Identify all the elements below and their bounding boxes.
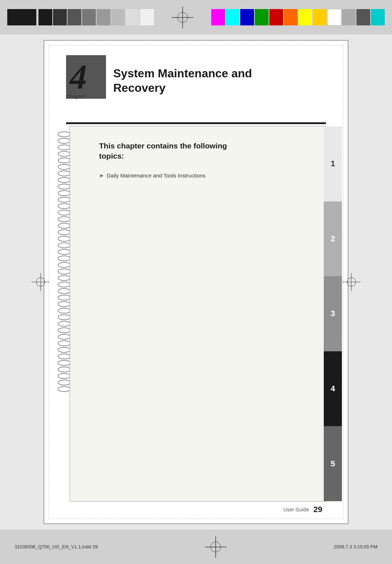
spiral-coil (58, 144, 71, 150)
spiral-coil (58, 360, 71, 366)
spiral-coil (58, 210, 71, 216)
chapter-title-line1: System Maintenance and (113, 67, 252, 80)
spiral-coil (58, 282, 71, 287)
notebook-content: This chapter contains the following topi… (99, 141, 297, 183)
tab-2: 2 (324, 201, 342, 277)
spiral-coil (58, 353, 71, 359)
chapter-title-line2: Recovery (113, 81, 166, 94)
tab-4: 4 (324, 351, 342, 426)
swatch-orange (284, 9, 298, 25)
toc-heading-line2: topics: (99, 152, 124, 160)
swatch-green (255, 9, 269, 25)
spiral-coil (58, 171, 71, 176)
spiral-coil (58, 223, 71, 229)
gray-block-7 (126, 9, 139, 25)
page-container: 4 Chapter System Maintenance and Recover… (44, 40, 348, 524)
spiral-coil (58, 138, 71, 144)
spiral-coil (58, 262, 71, 268)
bottom-left-text: 31039306_Q700_UG_EN_V1.1.indd 29 (15, 544, 98, 549)
spiral-coil (58, 197, 71, 203)
tab-1: 1 (324, 126, 342, 201)
spiral-coil (58, 275, 71, 281)
gray-block-1 (38, 9, 52, 25)
spiral-coil (58, 340, 71, 346)
tab-5: 5 (324, 426, 342, 501)
page-footer: User Guide 29 (283, 505, 322, 514)
spiral-coil (58, 236, 71, 242)
swatch-cyan (226, 9, 240, 25)
spiral-coil (58, 256, 71, 261)
tab-4-number: 4 (331, 384, 335, 393)
spiral-coil (58, 321, 71, 327)
spiral-coil (58, 380, 71, 385)
gray-block-5 (97, 9, 110, 25)
footer-label: User Guide (283, 507, 309, 512)
bottom-right-text: 2009.7.3 3:10:05 PM (334, 544, 377, 549)
tab-3-number: 3 (331, 309, 335, 318)
gray-block-4 (82, 9, 96, 25)
svg-point-11 (211, 542, 221, 552)
spiral-coil (58, 314, 71, 320)
spiral-coil (58, 184, 71, 189)
toc-heading: This chapter contains the following topi… (99, 141, 297, 162)
tab-2-number: 2 (331, 234, 335, 244)
spiral-coil (58, 177, 71, 183)
toc-arrow-icon: ➤ (99, 172, 104, 179)
notebook-box: 1 2 3 4 5 This chapter contains the fo (70, 126, 326, 502)
spiral-coil (58, 249, 71, 255)
gray-blocks (38, 9, 154, 25)
gray-block-3 (68, 9, 81, 25)
chapter-number: 4 (70, 57, 87, 97)
swatch-light-yellow (313, 9, 327, 25)
bottom-crosshair (205, 536, 226, 558)
swatch-teal (371, 9, 385, 25)
bottom-bar: 31039306_Q700_UG_EN_V1.1.indd 29 2009.7.… (0, 530, 392, 564)
spiral-coil (58, 269, 71, 274)
spiral-coil (58, 164, 71, 170)
toc-item-1-text: Daily Maintenance and Tools Instructions (107, 172, 205, 179)
notebook-area: 1 2 3 4 5 This chapter contains the fo (55, 126, 326, 502)
spiral-coil (58, 295, 71, 301)
tab-3: 3 (324, 276, 342, 351)
spiral-coil (58, 158, 71, 163)
toc-heading-line1: This chapter contains the following (99, 142, 227, 150)
tab-strip: 1 2 3 4 5 (324, 126, 342, 501)
svg-point-2 (177, 12, 188, 23)
color-swatches (211, 9, 385, 25)
spiral-coil (58, 308, 71, 314)
swatch-light-gray (342, 9, 356, 25)
tab-5-number: 5 (331, 459, 335, 469)
gray-block-6 (111, 9, 125, 25)
spiral-coil (58, 386, 71, 392)
spiral-coil (58, 347, 71, 353)
swatch-yellow (298, 9, 312, 25)
gray-block-2 (53, 9, 67, 25)
gray-block-8 (140, 9, 154, 25)
spiral-coil (58, 203, 71, 209)
spiral-coil (58, 373, 71, 379)
swatch-red (269, 9, 283, 25)
spiral-coil (58, 301, 71, 307)
top-crosshair (172, 7, 193, 28)
spiral-coil (58, 190, 71, 196)
tab-1-number: 1 (331, 159, 335, 168)
spiral-coil (58, 242, 71, 248)
swatch-white (327, 9, 341, 25)
swatch-dark-gray (356, 9, 370, 25)
swatch-magenta (211, 9, 225, 25)
spiral-coil (58, 288, 71, 294)
spiral-coil (58, 367, 71, 372)
spiral-coil (58, 334, 71, 340)
spiral-coil (58, 151, 71, 157)
top-registration-bar (0, 0, 392, 34)
swatch-blue (240, 9, 254, 25)
chapter-title: System Maintenance and Recovery (113, 66, 252, 95)
right-crosshair (342, 273, 360, 291)
spiral-coil (58, 229, 71, 235)
footer-page-number: 29 (314, 505, 322, 514)
toc-item-1: ➤ Daily Maintenance and Tools Instructio… (99, 172, 297, 179)
spiral-coil (58, 131, 71, 137)
spiral-coil (58, 216, 71, 222)
left-crosshair (32, 273, 50, 291)
chapter-number-block: 4 (66, 55, 106, 99)
